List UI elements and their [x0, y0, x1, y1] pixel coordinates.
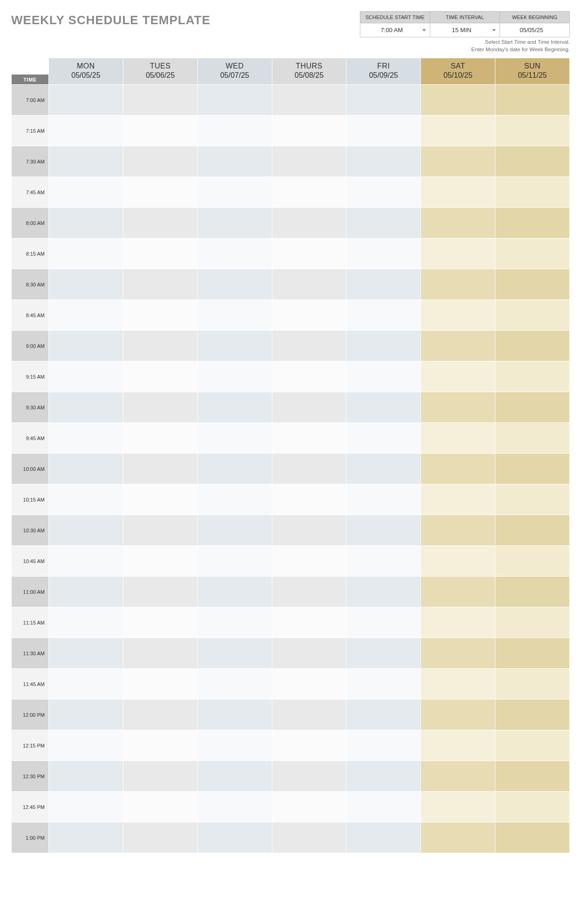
- schedule-cell[interactable]: [421, 546, 495, 577]
- schedule-cell[interactable]: [272, 761, 346, 792]
- schedule-cell[interactable]: [421, 761, 495, 792]
- schedule-cell[interactable]: [495, 361, 570, 392]
- schedule-cell[interactable]: [49, 85, 123, 116]
- schedule-cell[interactable]: [49, 484, 123, 515]
- schedule-cell[interactable]: [495, 238, 570, 269]
- schedule-cell[interactable]: [421, 361, 495, 392]
- schedule-cell[interactable]: [49, 208, 123, 238]
- schedule-cell[interactable]: [49, 116, 123, 146]
- schedule-cell[interactable]: [123, 392, 197, 423]
- schedule-cell[interactable]: [123, 669, 197, 700]
- schedule-cell[interactable]: [495, 423, 570, 454]
- schedule-cell[interactable]: [197, 238, 272, 269]
- schedule-cell[interactable]: [421, 331, 495, 361]
- schedule-cell[interactable]: [346, 638, 421, 669]
- schedule-cell[interactable]: [123, 208, 197, 238]
- schedule-cell[interactable]: [421, 269, 495, 300]
- schedule-cell[interactable]: [123, 269, 197, 300]
- schedule-cell[interactable]: [123, 730, 197, 761]
- schedule-cell[interactable]: [421, 730, 495, 761]
- schedule-cell[interactable]: [421, 423, 495, 454]
- schedule-cell[interactable]: [49, 792, 123, 822]
- schedule-cell[interactable]: [346, 484, 421, 515]
- schedule-cell[interactable]: [197, 607, 272, 638]
- schedule-cell[interactable]: [123, 146, 197, 177]
- schedule-cell[interactable]: [421, 300, 495, 331]
- schedule-cell[interactable]: [197, 454, 272, 484]
- schedule-cell[interactable]: [123, 361, 197, 392]
- schedule-cell[interactable]: [197, 761, 272, 792]
- schedule-cell[interactable]: [346, 208, 421, 238]
- schedule-cell[interactable]: [495, 454, 570, 484]
- schedule-cell[interactable]: [495, 177, 570, 208]
- schedule-cell[interactable]: [123, 761, 197, 792]
- schedule-cell[interactable]: [272, 669, 346, 700]
- schedule-cell[interactable]: [123, 177, 197, 208]
- schedule-cell[interactable]: [123, 792, 197, 822]
- schedule-cell[interactable]: [272, 146, 346, 177]
- schedule-cell[interactable]: [421, 638, 495, 669]
- schedule-cell[interactable]: [495, 85, 570, 116]
- schedule-cell[interactable]: [346, 577, 421, 607]
- schedule-cell[interactable]: [197, 331, 272, 361]
- schedule-cell[interactable]: [421, 116, 495, 146]
- schedule-cell[interactable]: [421, 822, 495, 853]
- schedule-cell[interactable]: [495, 669, 570, 700]
- schedule-cell[interactable]: [123, 700, 197, 730]
- schedule-cell[interactable]: [272, 116, 346, 146]
- schedule-cell[interactable]: [197, 361, 272, 392]
- schedule-cell[interactable]: [346, 761, 421, 792]
- schedule-cell[interactable]: [123, 484, 197, 515]
- schedule-cell[interactable]: [272, 331, 346, 361]
- schedule-cell[interactable]: [495, 392, 570, 423]
- schedule-cell[interactable]: [346, 177, 421, 208]
- schedule-cell[interactable]: [495, 208, 570, 238]
- schedule-cell[interactable]: [495, 546, 570, 577]
- schedule-cell[interactable]: [49, 300, 123, 331]
- schedule-cell[interactable]: [495, 331, 570, 361]
- schedule-cell[interactable]: [123, 423, 197, 454]
- schedule-cell[interactable]: [272, 484, 346, 515]
- schedule-cell[interactable]: [49, 361, 123, 392]
- schedule-cell[interactable]: [421, 146, 495, 177]
- schedule-cell[interactable]: [495, 822, 570, 853]
- schedule-cell[interactable]: [346, 730, 421, 761]
- schedule-cell[interactable]: [272, 607, 346, 638]
- schedule-cell[interactable]: [272, 638, 346, 669]
- schedule-cell[interactable]: [49, 546, 123, 577]
- schedule-cell[interactable]: [197, 300, 272, 331]
- schedule-cell[interactable]: [346, 361, 421, 392]
- schedule-cell[interactable]: [272, 792, 346, 822]
- schedule-cell[interactable]: [421, 454, 495, 484]
- schedule-cell[interactable]: [346, 392, 421, 423]
- schedule-cell[interactable]: [49, 392, 123, 423]
- schedule-cell[interactable]: [421, 177, 495, 208]
- schedule-cell[interactable]: [495, 300, 570, 331]
- schedule-cell[interactable]: [346, 300, 421, 331]
- schedule-cell[interactable]: [346, 669, 421, 700]
- schedule-cell[interactable]: [197, 269, 272, 300]
- schedule-cell[interactable]: [123, 85, 197, 116]
- schedule-cell[interactable]: [49, 669, 123, 700]
- schedule-cell[interactable]: [272, 423, 346, 454]
- schedule-cell[interactable]: [197, 515, 272, 546]
- schedule-cell[interactable]: [197, 85, 272, 116]
- schedule-cell[interactable]: [272, 454, 346, 484]
- schedule-cell[interactable]: [197, 392, 272, 423]
- schedule-cell[interactable]: [346, 238, 421, 269]
- schedule-cell[interactable]: [346, 85, 421, 116]
- schedule-cell[interactable]: [123, 331, 197, 361]
- schedule-cell[interactable]: [197, 116, 272, 146]
- schedule-cell[interactable]: [346, 423, 421, 454]
- schedule-cell[interactable]: [49, 638, 123, 669]
- schedule-cell[interactable]: [49, 423, 123, 454]
- schedule-cell[interactable]: [123, 546, 197, 577]
- schedule-cell[interactable]: [421, 607, 495, 638]
- schedule-cell[interactable]: [197, 177, 272, 208]
- schedule-cell[interactable]: [49, 700, 123, 730]
- schedule-cell[interactable]: [49, 607, 123, 638]
- schedule-cell[interactable]: [421, 484, 495, 515]
- schedule-cell[interactable]: [421, 700, 495, 730]
- schedule-cell[interactable]: [123, 822, 197, 853]
- schedule-cell[interactable]: [272, 392, 346, 423]
